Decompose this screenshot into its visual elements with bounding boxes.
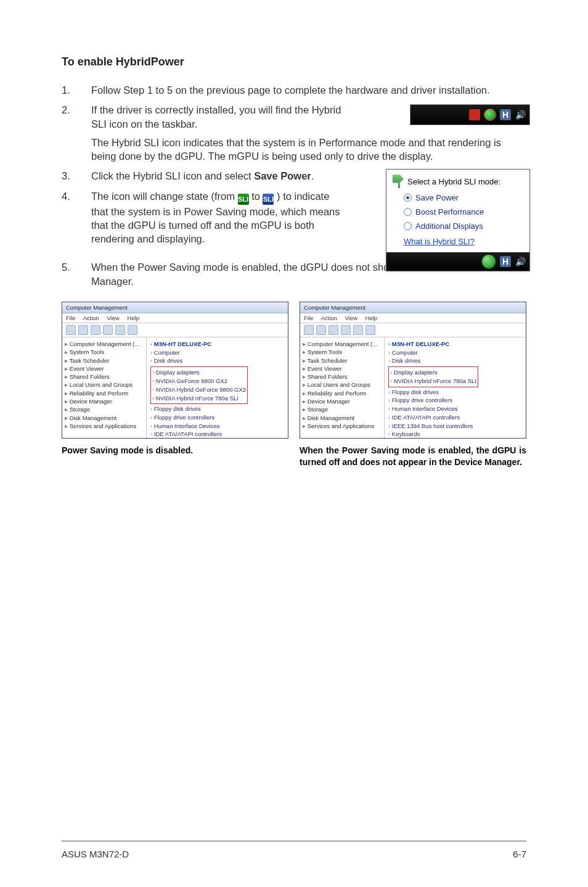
popup-taskbar: H 🔊 [386, 252, 529, 271]
device-item: Display adapters [390, 368, 476, 377]
device-item: Floppy disk drives [150, 405, 284, 413]
taskbar-safely-remove-icon [469, 109, 480, 120]
device-item: Computer [150, 349, 284, 357]
tree-item: Computer Management (Local [65, 340, 144, 348]
tree-item: Device Manager [303, 397, 382, 405]
tree-item: Computer Management (Local [303, 340, 382, 348]
step-number: 5. [62, 260, 91, 288]
tree-item: Local Users and Groups [303, 381, 382, 389]
menu-item: Help [128, 315, 140, 321]
device-item: NVIDIA Hybrid nForce 780a SLI [152, 394, 246, 403]
tree-item: Services and Applications [303, 422, 382, 430]
device-item: Disk drives [388, 357, 522, 365]
tree-item: Local Users and Groups [65, 381, 144, 389]
toolbar [300, 323, 526, 337]
tree-item: Reliability and Perform [65, 389, 144, 397]
window-title: Computer Management [62, 302, 288, 313]
icon-label: SLI [238, 194, 249, 205]
device-manager-screenshot-enabled: Computer Management File Action View Hel… [300, 302, 526, 439]
popup-link: What is Hybrid SLI? [386, 233, 529, 252]
device-manager-screenshot-disabled: Computer Management File Action View Hel… [62, 302, 288, 439]
taskbar-lang-icon: H [500, 256, 511, 267]
hybrid-sli-icon [481, 254, 496, 269]
tree-item: Disk Management [65, 414, 144, 422]
section-heading: To enable HybridPower [62, 56, 526, 68]
sli-blue-icon: SLI [263, 194, 274, 205]
tree-item: Event Viewer [65, 365, 144, 373]
popup-option-label: Save Power [415, 193, 459, 202]
device-item: IEEE 1394 Bus host controllers [388, 422, 522, 431]
hybrid-sli-popup-screenshot: Select a Hybrid SLI mode: Save Power Boo… [386, 169, 530, 271]
device-item: NVIDIA Hybrid GeForce 9800 GX2 [152, 386, 246, 394]
devices-pane: M3N-HT DELUXE-PC Computer Disk drives Di… [147, 337, 288, 439]
taskbar-lang-icon: H [500, 109, 511, 120]
menu-bar: File Action View Help [300, 313, 526, 323]
device-item: NVIDIA Hybrid nForce 780a SLI [390, 377, 476, 386]
device-item: Disk drives [150, 357, 284, 365]
step-text: Follow Step 1 to 5 on the previous page … [91, 83, 526, 97]
icon-label: SLI [263, 194, 274, 205]
window-title: Computer Management [300, 302, 526, 313]
menu-item: View [345, 315, 357, 321]
radio-icon [404, 208, 412, 216]
device-item: Human Interface Devices [388, 405, 522, 413]
display-adapters-highlight: Display adapters NVIDIA GeForce 9800 GX2… [150, 366, 248, 404]
step-text: If the driver is correctly installed, yo… [91, 103, 356, 131]
step-text: . [311, 170, 314, 181]
device-root: M3N-HT DELUXE-PC [150, 340, 284, 349]
device-item: IDE ATA/ATAPI controllers [150, 430, 284, 439]
tree-item: Services and Applications [65, 422, 144, 430]
step-subtext: The Hybrid SLI icon indicates that the s… [91, 136, 526, 163]
menu-item: View [107, 315, 119, 321]
flag-icon [393, 175, 404, 188]
device-item: Keyboards [388, 430, 522, 439]
tree-item: Task Scheduler [65, 357, 144, 365]
step-number: 3. [62, 169, 91, 183]
device-item: IDE ATA/ATAPI controllers [388, 413, 522, 422]
device-root: M3N-HT DELUXE-PC [388, 340, 522, 349]
tree-item: Shared Folders [303, 373, 382, 381]
popup-option-label: Boost Performance [415, 207, 484, 217]
radio-icon [404, 194, 412, 202]
step-bold-term: Save Power [254, 170, 311, 181]
popup-option-label: Additional Displays [415, 221, 483, 231]
tree-item: Storage [65, 405, 144, 413]
device-item: Floppy drive controllers [150, 413, 284, 422]
device-item: Floppy drive controllers [388, 396, 522, 405]
tree-item: Device Manager [65, 397, 144, 405]
footer-page-number: 6-7 [513, 849, 526, 859]
taskbar-volume-icon: 🔊 [515, 256, 526, 267]
menu-bar: File Action View Help [62, 313, 288, 323]
step-text: The icon will change state (from [91, 191, 238, 202]
toolbar [62, 323, 288, 337]
popup-title: Select a Hybrid SLI mode: [407, 177, 500, 186]
tree-item: Shared Folders [65, 373, 144, 381]
step-text: to [251, 191, 263, 202]
tree-pane: Computer Management (Local System Tools … [300, 337, 385, 439]
tree-item: System Tools [303, 348, 382, 356]
taskbar-volume-icon: 🔊 [515, 109, 526, 120]
devices-pane: M3N-HT DELUXE-PC Computer Disk drives Di… [385, 337, 526, 439]
radio-icon [404, 222, 412, 230]
popup-option-save-power: Save Power [386, 191, 529, 205]
device-item: Computer [388, 349, 522, 357]
screenshot-caption: When the Power Saving mode is enabled, t… [300, 445, 526, 468]
popup-option-boost: Boost Performance [386, 205, 529, 219]
step-number: 4. [62, 189, 91, 246]
screenshot-caption: Power Saving mode is disabled. [62, 445, 288, 456]
menu-item: Help [365, 315, 378, 321]
sli-green-icon: SLI [238, 194, 249, 205]
device-item: NVIDIA GeForce 9800 GX2 [152, 377, 246, 386]
tree-item: Event Viewer [303, 365, 382, 373]
popup-option-displays: Additional Displays [386, 219, 529, 233]
step-text: Click the Hybrid SLI icon and select [91, 170, 254, 181]
tree-item: System Tools [65, 348, 144, 356]
tree-item: Disk Management [303, 414, 382, 422]
menu-item: File [304, 315, 313, 321]
device-item: Floppy disk drives [388, 388, 522, 397]
footer-product: ASUS M3N72-D [62, 849, 129, 859]
tree-pane: Computer Management (Local System Tools … [62, 337, 147, 439]
tree-item: Task Scheduler [303, 357, 382, 365]
menu-item: Action [83, 315, 99, 321]
device-item: Display adapters [152, 368, 246, 377]
